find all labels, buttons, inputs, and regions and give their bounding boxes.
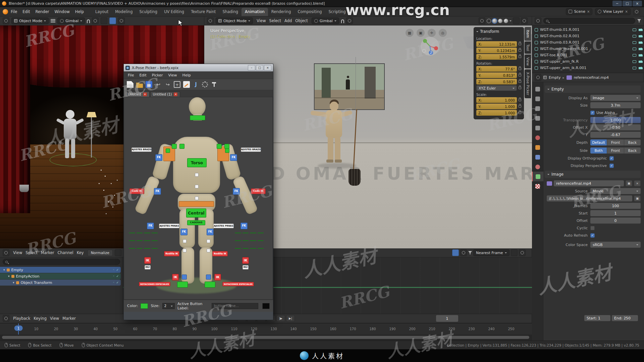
picker-button-fk[interactable]: FK — [180, 229, 187, 235]
edit-icon[interactable] — [183, 81, 190, 88]
menu-collapse-icon[interactable] — [51, 19, 55, 20]
center-orientation-dropdown[interactable]: Gimbal — [312, 17, 339, 24]
overlays-icon[interactable] — [479, 17, 485, 24]
size-dropdown[interactable]: 2 — [162, 303, 175, 309]
dopesheet-menu-channel[interactable]: Channel — [56, 250, 75, 256]
picker-button-ajustes-prnas[interactable]: AJUSTES PRNAS — [159, 224, 179, 228]
offset-field[interactable]: 0 — [590, 218, 641, 224]
outliner-type-icon[interactable] — [535, 17, 541, 24]
picker-button-rotaciones-especiales[interactable]: ROTACIONES ESPECIALES — [139, 282, 170, 286]
outliner-row[interactable]: WGT-upper_arm_fk.R — [535, 58, 643, 65]
picker-button-rodilla-ik[interactable]: Rodilla IK — [164, 251, 179, 256]
properties-tab-constraints[interactable] — [532, 152, 543, 162]
workspace-tab-texture-paint[interactable]: Texture Paint — [187, 8, 219, 16]
workspace-tab-animation[interactable]: Animation — [241, 8, 268, 16]
show-selected-icon[interactable] — [452, 249, 459, 256]
picker-button-codo-ik[interactable]: Codo IK — [251, 188, 266, 194]
workspace-tab-sculpting[interactable]: Sculpting — [136, 8, 161, 16]
picker-button-fk[interactable]: FK — [240, 223, 248, 229]
menu-help[interactable]: Help — [72, 8, 87, 15]
browse-file-button[interactable]: ▣ — [634, 195, 641, 201]
location-value-field[interactable]: Z:1.5579m — [476, 54, 517, 60]
picker-button-fk[interactable]: FK — [155, 154, 162, 161]
close-button[interactable]: × — [633, 1, 642, 6]
cyclic-checkbox[interactable] — [590, 226, 595, 230]
grid-icon[interactable]: ▦ — [406, 29, 414, 37]
solid-shading-icon[interactable] — [492, 19, 497, 23]
wireframe-shading-icon[interactable] — [487, 19, 491, 23]
outliner-search-input[interactable] — [543, 18, 635, 24]
proportional-icon[interactable] — [511, 249, 518, 256]
close-tab-icon[interactable]: × — [174, 93, 177, 96]
rotation-value-field[interactable]: Y:0.813° — [476, 72, 517, 78]
channel-row-emptyaction[interactable]: ▾EmptyAction◦✓ — [0, 273, 121, 279]
side-option-both[interactable]: Both — [590, 147, 607, 154]
outliner-row[interactable]: WGT-upper_arm_ik.R.001 — [535, 65, 643, 71]
image-datablock-field[interactable]: referencefinal.mp4 — [554, 180, 624, 186]
outliner-row[interactable]: WGT-thumb_master.R.001 — [535, 46, 643, 52]
timeline-type-icon[interactable] — [3, 315, 9, 322]
picker-button-fk[interactable]: FK — [230, 154, 237, 161]
normalize-button[interactable]: Normalize — [88, 250, 113, 256]
snap-mode-dropdown[interactable]: Nearest Frame — [473, 249, 509, 256]
rotation-mode-dropdown[interactable]: XYZ Euler — [476, 85, 517, 91]
proportional-edit-icon[interactable] — [92, 17, 99, 24]
properties-tab-texture[interactable] — [532, 181, 543, 191]
timeline-ruler[interactable]: 1 10203040506070809010011012013014015016… — [0, 323, 532, 335]
workspace-tab-modeling[interactable]: Modeling — [112, 8, 136, 16]
screen-layout-icon[interactable] — [633, 8, 640, 15]
picker-button-fk[interactable]: FK — [154, 188, 161, 195]
workspace-tab-shading[interactable]: Shading — [219, 8, 241, 16]
scale-value-field[interactable]: Y:1.000 — [476, 104, 517, 109]
scrollbar-thumb[interactable] — [2, 336, 529, 339]
outliner-row[interactable]: WGT-thumb.03.R.001 — [535, 39, 643, 46]
lock-icon[interactable] — [519, 112, 521, 114]
workspace-tab-compositing[interactable]: Compositing — [294, 8, 325, 16]
menu-edit[interactable]: Edit — [20, 8, 33, 15]
picker-button[interactable] — [207, 249, 210, 252]
reference-video-image[interactable] — [314, 64, 384, 110]
sidebar-tab-item[interactable]: Item — [525, 27, 531, 41]
location-value-field[interactable]: X:12.131m — [476, 41, 517, 47]
lock-icon[interactable] — [519, 87, 521, 89]
dopesheet-menu-key[interactable]: Key — [75, 250, 86, 256]
playback-menu-view[interactable]: View — [48, 315, 61, 321]
picker-button[interactable] — [225, 148, 229, 153]
properties-type-icon[interactable] — [535, 74, 541, 81]
filter-icon[interactable] — [468, 251, 472, 254]
editor-type-icon[interactable] — [207, 17, 214, 24]
picker-button-ik[interactable]: IK — [214, 274, 221, 281]
transparency-slider[interactable]: 1.000 — [590, 117, 641, 123]
picker-button[interactable] — [179, 201, 214, 207]
left-mode-dropdown[interactable]: Object Mode — [11, 17, 49, 24]
maximize-button[interactable]: □ — [623, 1, 632, 6]
properties-tab-render[interactable] — [532, 94, 543, 104]
rendered-shading-icon[interactable] — [504, 19, 508, 23]
gizmos-dropdown-icon[interactable] — [521, 17, 528, 24]
xpose-minimize-button[interactable]: – — [248, 65, 255, 70]
picker-button-ajustes-brazo[interactable]: AJUSTES BRAZO — [131, 147, 152, 152]
close-tab-icon[interactable]: × — [143, 93, 147, 96]
picker-button[interactable] — [179, 144, 184, 149]
properties-tab-tool[interactable] — [532, 84, 543, 94]
lock-icon[interactable] — [519, 43, 521, 45]
picker-button[interactable] — [205, 282, 215, 288]
picker-button-rotaciones-especiales[interactable]: ROTACIONES ESPECIALES — [222, 282, 254, 286]
display-as-dropdown[interactable]: Image — [590, 95, 641, 101]
properties-tab-physics[interactable] — [532, 162, 543, 172]
lock-icon[interactable] — [519, 105, 521, 108]
picker-button[interactable] — [207, 239, 210, 243]
workspace-tab-uv-editing[interactable]: UV Editing — [161, 8, 187, 16]
side-option-back[interactable]: Back — [624, 147, 641, 154]
zoom-icon[interactable]: ◎ — [439, 29, 447, 37]
picker-button-central[interactable]: Central — [186, 208, 206, 218]
view-layer-clear-icon[interactable]: × — [625, 10, 628, 13]
workspace-tab-layout[interactable]: Layout — [92, 8, 112, 16]
filter-icon[interactable] — [637, 19, 641, 22]
xpose-titlebar[interactable]: X-Pose Picker - beefy.xpix – □ × — [124, 64, 273, 71]
rotation-value-field[interactable]: Z:0.583° — [476, 79, 517, 84]
filepath-field[interactable]: //..\..\..\..\..\Videos lo...s\reference… — [547, 195, 632, 201]
picker-button[interactable] — [183, 249, 186, 252]
xpose-picker-window[interactable]: X-Pose Picker - beefy.xpix – □ × FileEdi… — [123, 64, 273, 320]
material-shading-icon[interactable] — [498, 19, 502, 23]
